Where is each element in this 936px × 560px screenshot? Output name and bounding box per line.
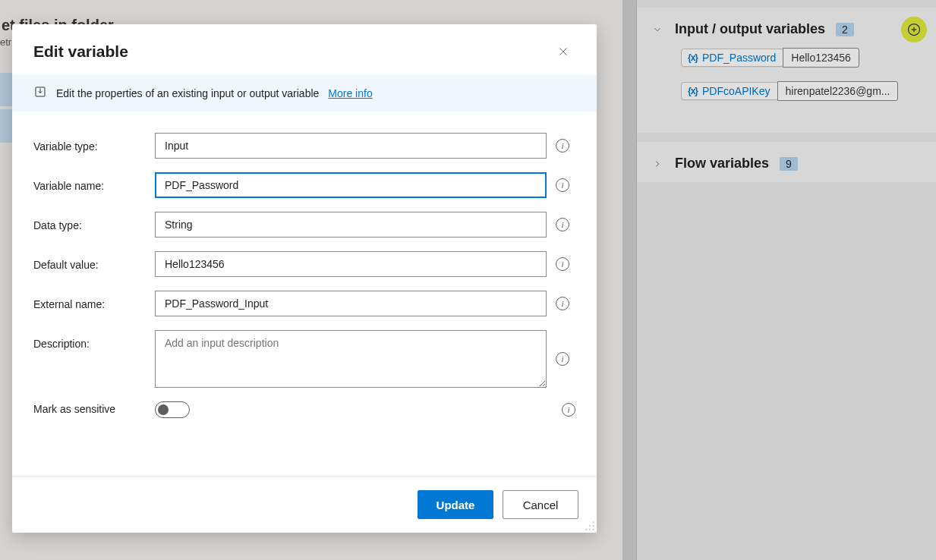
label-external-name: External name: (33, 291, 155, 310)
label-sensitive: Mark as sensitive (33, 401, 155, 415)
more-info-link[interactable]: More info (328, 87, 372, 99)
info-icon[interactable]: i (562, 403, 575, 417)
input-default-value[interactable] (155, 251, 547, 277)
svg-point-12 (593, 521, 594, 523)
dialog-title: Edit variable (33, 42, 128, 61)
input-description[interactable] (155, 330, 547, 388)
input-variable-type[interactable] (155, 133, 547, 159)
label-variable-type: Variable type: (33, 133, 155, 153)
svg-point-7 (593, 529, 594, 530)
dialog-body: Variable type: i Variable name: i Data t… (12, 112, 597, 476)
edit-variable-dialog: Edit variable Edit the properties of an … (12, 24, 597, 533)
info-icon[interactable]: i (556, 297, 569, 310)
svg-point-11 (589, 525, 591, 527)
label-variable-name: Variable name: (33, 172, 155, 192)
input-external-name[interactable] (155, 291, 547, 316)
dialog-footer: Update Cancel (12, 476, 597, 533)
info-text: Edit the properties of an existing input… (56, 87, 319, 99)
cancel-button[interactable]: Cancel (503, 490, 578, 519)
info-icon[interactable]: i (556, 352, 569, 366)
info-icon[interactable]: i (556, 218, 569, 231)
close-button[interactable] (551, 39, 575, 64)
info-bar: Edit the properties of an existing input… (12, 74, 597, 112)
update-button[interactable]: Update (418, 490, 493, 519)
resize-grip-icon[interactable] (585, 521, 595, 531)
toggle-sensitive[interactable] (155, 401, 190, 418)
svg-point-9 (593, 525, 594, 527)
label-default-value: Default value: (33, 251, 155, 271)
label-description: Description: (33, 330, 155, 350)
input-data-type[interactable] (155, 212, 547, 238)
info-icon[interactable]: i (556, 139, 569, 153)
info-icon[interactable]: i (556, 178, 569, 192)
label-data-type: Data type: (33, 212, 155, 231)
input-variable-name[interactable] (155, 172, 547, 198)
svg-point-10 (585, 529, 587, 530)
import-icon (33, 85, 47, 101)
info-icon[interactable]: i (556, 257, 569, 271)
svg-point-8 (589, 529, 591, 530)
dialog-header: Edit variable (12, 24, 597, 74)
